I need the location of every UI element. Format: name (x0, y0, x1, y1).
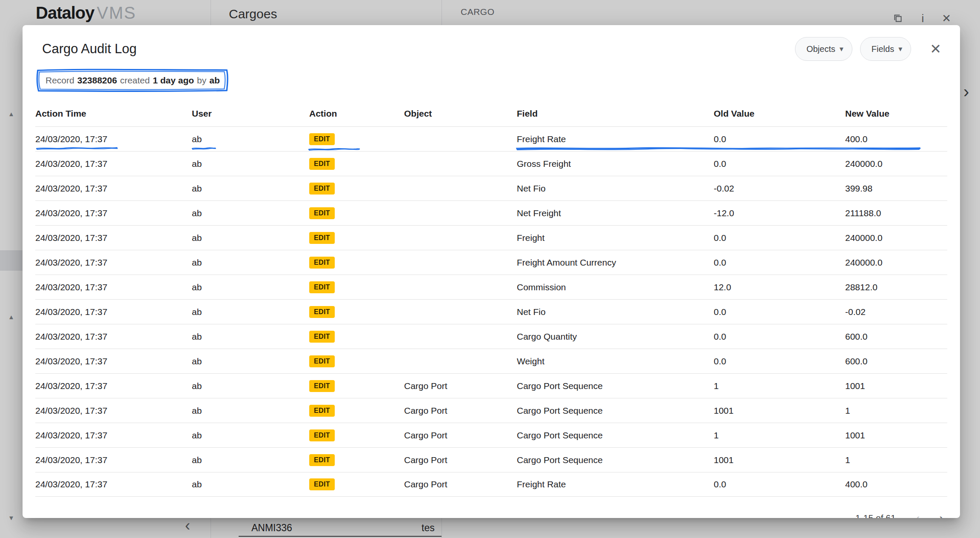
cell-action: EDIT (309, 380, 404, 392)
cell-action: EDIT (309, 232, 404, 244)
cell-new-value: 1 (845, 455, 947, 465)
action-badge: EDIT (309, 478, 335, 490)
cell-user: ab (192, 159, 309, 169)
action-badge: EDIT (309, 257, 335, 269)
cell-action-time: 24/03/2020, 17:37 (35, 282, 192, 292)
cell-old-value: -0.02 (714, 183, 845, 194)
dialog-header: Cargo Audit Log Objects ▾ Fields ▾ ✕ (23, 25, 960, 62)
cell-user: ab (192, 233, 309, 243)
cell-field: Freight Rate (517, 479, 714, 489)
column-header-old-value: Old Value (714, 109, 845, 119)
cell-new-value: 28812.0 (845, 282, 947, 292)
action-badge: EDIT (309, 207, 335, 219)
pagination-range-label: 1-15 of 61 (855, 513, 896, 518)
objects-filter-button[interactable]: Objects ▾ (795, 37, 852, 61)
cell-new-value: 240000.0 (845, 258, 947, 268)
cell-field: Weight (517, 356, 714, 366)
action-badge: EDIT (309, 158, 335, 170)
record-user: ab (209, 75, 220, 86)
action-badge: EDIT (309, 133, 335, 145)
action-badge: EDIT (309, 454, 335, 466)
cell-field: Freight Amount Currency (517, 258, 714, 268)
record-by-word: by (197, 75, 206, 86)
table-row: 24/03/2020, 17:37 ab EDIT Commission 12.… (35, 275, 947, 299)
cell-user: ab (192, 183, 309, 194)
cell-new-value: 600.0 (845, 356, 947, 366)
cell-new-value: 1001 (845, 430, 947, 441)
dialog-title: Cargo Audit Log (42, 41, 137, 57)
pagination-prev-icon[interactable]: ‹ (915, 511, 920, 518)
table-row: 24/03/2020, 17:37 ab EDIT Net Fio 0.0 -0… (35, 299, 947, 324)
dialog-close-button[interactable]: ✕ (930, 42, 941, 56)
cell-field: Commission (517, 282, 714, 292)
cell-old-value: 0.0 (714, 332, 845, 342)
cell-user: ab (192, 258, 309, 268)
table-row: 24/03/2020, 17:37 ab EDIT Cargo Port Car… (35, 423, 947, 447)
table-row: 24/03/2020, 17:37 ab EDIT Freight 0.0 24… (35, 225, 947, 250)
cell-action-time: 24/03/2020, 17:37 (35, 381, 192, 391)
pagination: 1-15 of 61 ‹ › (855, 511, 944, 518)
table-row: 24/03/2020, 17:37 ab EDIT Cargo Port Car… (35, 447, 947, 472)
cell-old-value: 0.0 (714, 233, 845, 243)
table-row: 24/03/2020, 17:37 ab EDIT Net Freight -1… (35, 200, 947, 225)
cell-action: EDIT (309, 331, 404, 343)
record-created-word: created (120, 75, 150, 86)
cell-field: Freight Rate (517, 134, 714, 144)
action-badge: EDIT (309, 306, 335, 318)
cargo-audit-log-dialog: Cargo Audit Log Objects ▾ Fields ▾ ✕ Rec… (23, 25, 960, 518)
cell-field: Freight (517, 233, 714, 243)
cell-action-time: 24/03/2020, 17:37 (35, 208, 192, 218)
cell-action-time: 24/03/2020, 17:37 (35, 134, 192, 144)
column-header-user: User (192, 109, 309, 119)
cell-action-time: 24/03/2020, 17:37 (35, 159, 192, 169)
action-badge: EDIT (309, 380, 335, 392)
cell-action-time: 24/03/2020, 17:37 (35, 332, 192, 342)
cell-old-value: 1001 (714, 455, 845, 465)
cell-old-value: 0.0 (714, 159, 845, 169)
cell-new-value: 240000.0 (845, 159, 947, 169)
cell-old-value: 12.0 (714, 282, 845, 292)
cell-new-value: -0.02 (845, 307, 947, 317)
cell-field: Gross Freight (517, 159, 714, 169)
cell-action: EDIT (309, 133, 404, 145)
cell-action: EDIT (309, 478, 404, 490)
cell-new-value: 1 (845, 406, 947, 416)
cell-user: ab (192, 208, 309, 218)
cell-action: EDIT (309, 355, 404, 367)
column-header-action-time: Action Time (35, 109, 192, 119)
table-row: 24/03/2020, 17:37 ab EDIT Cargo Quantity… (35, 324, 947, 349)
pagination-next-icon[interactable]: › (939, 511, 944, 518)
table-row: 24/03/2020, 17:37 ab EDIT Cargo Port Car… (35, 398, 947, 423)
cell-action-time: 24/03/2020, 17:37 (35, 258, 192, 268)
action-badge: EDIT (309, 281, 335, 293)
table-header-row: Action Time User Action Object Field Old… (35, 101, 947, 126)
cell-new-value: 400.0 (845, 479, 947, 489)
record-word: Record (46, 75, 74, 86)
cell-new-value: 240000.0 (845, 233, 947, 243)
cell-field: Cargo Port Sequence (517, 455, 714, 465)
cell-user: ab (192, 282, 309, 292)
cell-object: Cargo Port (404, 430, 517, 441)
cell-user: ab (192, 430, 309, 441)
annotation-underline-user (191, 146, 217, 150)
action-badge: EDIT (309, 429, 335, 441)
action-badge: EDIT (309, 232, 335, 244)
cell-action: EDIT (309, 158, 404, 170)
record-age: 1 day ago (153, 75, 194, 86)
cell-field: Cargo Port Sequence (517, 430, 714, 441)
fields-filter-button[interactable]: Fields ▾ (860, 37, 911, 61)
cell-object: Cargo Port (404, 479, 517, 489)
cell-field: Net Freight (517, 208, 714, 218)
cell-user: ab (192, 381, 309, 391)
table-row: 24/03/2020, 17:37 ab EDIT Net Fio -0.02 … (35, 176, 947, 200)
cell-object: Cargo Port (404, 455, 517, 465)
action-badge: EDIT (309, 405, 335, 417)
cell-user: ab (192, 406, 309, 416)
annotation-underline-action (308, 147, 361, 151)
cell-new-value: 1001 (845, 381, 947, 391)
cell-user: ab (192, 332, 309, 342)
audit-table-body: 24/03/2020, 17:37 ab EDIT Freight Rate 0… (35, 126, 947, 497)
cell-action-time: 24/03/2020, 17:37 (35, 406, 192, 416)
cell-action-time: 24/03/2020, 17:37 (35, 356, 192, 366)
cell-action: EDIT (309, 306, 404, 318)
